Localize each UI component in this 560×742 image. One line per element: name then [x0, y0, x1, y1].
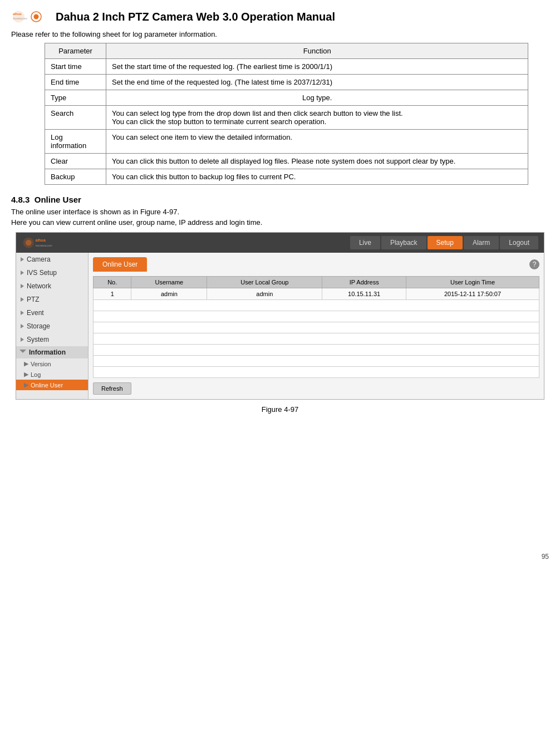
intro-text: Please refer to the following sheet for … [11, 30, 549, 38]
sidebar-item-system[interactable]: System [16, 333, 88, 346]
cell-ip: 10.15.11.31 [322, 288, 406, 300]
param-log-info: Log information [45, 130, 106, 154]
section-title: Online User [35, 195, 81, 204]
table-empty-row [94, 333, 539, 345]
cam-content-area: Online User ? No. Username User Local Gr… [89, 253, 544, 399]
parameter-table: Parameter Function Start time Set the st… [45, 43, 528, 185]
event-expand-icon [21, 311, 24, 315]
table-row: Search You can select log type from the … [45, 106, 528, 130]
cell-no: 1 [94, 288, 131, 300]
camera-ui-screenshot: alhua TECHNOLOGY Live Playback Setup Ala… [16, 232, 544, 400]
cam-logo: alhua TECHNOLOGY [22, 235, 61, 250]
func-type: Log type. [106, 90, 528, 106]
col-header-username: Username [131, 277, 207, 288]
svg-text:alhua: alhua [36, 238, 46, 242]
sidebar-sub-version[interactable]: ▶ Version [16, 358, 88, 369]
col-header-no: No. [94, 277, 131, 288]
param-type: Type [45, 90, 106, 106]
func-log-info: You can select one item to view the deta… [106, 130, 528, 154]
cam-nav-buttons: Live Playback Setup Alarm Logout [350, 236, 538, 249]
table-empty-row [94, 356, 539, 367]
table-row: End time Set the end time of the request… [45, 75, 528, 90]
cell-login-time: 2015-12-11 17:50:07 [406, 288, 539, 300]
table-row: Log information You can select one item … [45, 130, 528, 154]
param-backup: Backup [45, 169, 106, 185]
table-row: Backup You can click this button to back… [45, 169, 528, 185]
svg-point-8 [26, 240, 32, 246]
sidebar-item-ivs-setup[interactable]: IVS Setup [16, 266, 88, 279]
svg-point-5 [34, 14, 39, 19]
table-row: Type Log type. [45, 90, 528, 106]
network-expand-icon [21, 284, 24, 288]
section-number: 4.8.3 [11, 195, 30, 204]
svg-text:TECHNOLOGY: TECHNOLOGY [13, 18, 28, 20]
page-number: 95 [11, 553, 549, 561]
sidebar-item-ptz[interactable]: PTZ [16, 293, 88, 306]
col-header-ip: IP Address [322, 277, 406, 288]
bottom-spacer [11, 425, 549, 536]
section-desc2: Here you can view current online user, g… [11, 218, 549, 227]
table-empty-row [94, 300, 539, 311]
ivs-expand-icon [21, 271, 24, 275]
cell-group: admin [207, 288, 322, 300]
nav-logout-button[interactable]: Logout [500, 236, 538, 249]
section-heading: 4.8.3 Online User [11, 195, 549, 204]
doc-title: Dahua 2 Inch PTZ Camera Web 3.0 Operatio… [56, 11, 335, 23]
svg-text:alhua: alhua [13, 12, 22, 16]
param-start-time: Start time [45, 59, 106, 75]
table-header-param: Parameter [45, 43, 106, 59]
table-row: Start time Set the start time of the req… [45, 59, 528, 75]
cam-sidebar: Camera IVS Setup Network PTZ Event Stora… [16, 253, 89, 399]
dahua-logo: alhua TECHNOLOGY [11, 6, 45, 28]
sidebar-item-storage[interactable]: Storage [16, 320, 88, 333]
table-row: 1 admin admin 10.15.11.31 2015-12-11 17:… [94, 288, 539, 300]
func-search: You can select log type from the drop do… [106, 106, 528, 130]
sidebar-item-network[interactable]: Network [16, 279, 88, 293]
storage-expand-icon [21, 324, 24, 328]
func-start-time: Set the start time of the requested log.… [106, 59, 528, 75]
nav-live-button[interactable]: Live [350, 236, 380, 249]
cam-topbar: alhua TECHNOLOGY Live Playback Setup Ala… [16, 233, 544, 253]
ptz-expand-icon [21, 297, 24, 302]
nav-setup-button[interactable]: Setup [428, 236, 463, 249]
cell-username: admin [131, 288, 207, 300]
sidebar-sub-online-user[interactable]: ▶ Online User [16, 380, 88, 390]
log-sub-icon: ▶ [24, 371, 28, 378]
figure-caption: Figure 4-97 [11, 405, 549, 414]
section-desc1: The online user interface is shown as in… [11, 208, 549, 216]
online-user-table: No. Username User Local Group IP Address… [93, 276, 539, 378]
table-empty-row [94, 322, 539, 333]
information-expand-icon [19, 350, 26, 355]
nav-alarm-button[interactable]: Alarm [464, 236, 499, 249]
table-empty-row [94, 311, 539, 322]
param-search: Search [45, 106, 106, 130]
page-header: alhua TECHNOLOGY Dahua 2 Inch PTZ Camera… [11, 6, 549, 28]
col-header-group: User Local Group [207, 277, 322, 288]
system-expand-icon [21, 337, 24, 342]
sidebar-sub-log[interactable]: ▶ Log [16, 369, 88, 380]
cam-main-layout: Camera IVS Setup Network PTZ Event Stora… [16, 253, 544, 399]
col-header-login-time: User Login Time [406, 277, 539, 288]
func-end-time: Set the end time of the requested log. (… [106, 75, 528, 90]
sidebar-item-event[interactable]: Event [16, 306, 88, 320]
func-backup: You can click this button to backup log … [106, 169, 528, 185]
nav-playback-button[interactable]: Playback [381, 236, 426, 249]
refresh-button[interactable]: Refresh [93, 382, 131, 395]
table-empty-row [94, 345, 539, 356]
table-header-func: Function [106, 43, 528, 59]
help-icon[interactable]: ? [529, 259, 539, 269]
version-sub-icon: ▶ [24, 360, 28, 367]
table-row: Clear You can click this button to delet… [45, 154, 528, 169]
param-end-time: End time [45, 75, 106, 90]
tab-online-user[interactable]: Online User [93, 257, 147, 272]
camera-expand-icon [21, 257, 24, 262]
func-clear: You can click this button to delete all … [106, 154, 528, 169]
online-user-sub-icon: ▶ [24, 381, 28, 389]
sidebar-item-information[interactable]: Information [16, 346, 88, 358]
table-empty-row [94, 367, 539, 378]
param-clear: Clear [45, 154, 106, 169]
sidebar-item-camera[interactable]: Camera [16, 253, 88, 266]
svg-text:TECHNOLOGY: TECHNOLOGY [36, 244, 53, 247]
